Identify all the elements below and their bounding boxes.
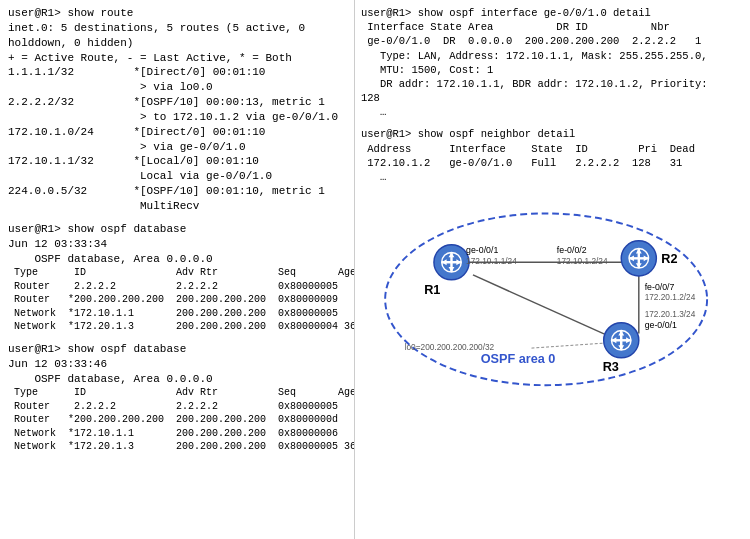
route-line: > via ge-0/0/1.0 — [8, 140, 346, 155]
show-route-section: user@R1> show routeinet.0: 5 destination… — [8, 6, 346, 214]
route-line: > via lo0.0 — [8, 80, 346, 95]
ospf-db2-row: Network *172.20.1.3 200.200.200.200 0x80… — [8, 440, 346, 454]
route-line: holddown, 0 hidden) — [8, 36, 346, 51]
ospf-iface-line: 128 — [361, 91, 744, 105]
right-panel: user@R1> show ospf interface ge-0/0/1.0 … — [355, 0, 750, 539]
r1-label: R1 — [424, 284, 440, 298]
ospf-db2-row: Router *200.200.200.200 200.200.200.200 … — [8, 413, 346, 427]
route-line: 2.2.2.2/32 *[OSPF/10] 00:00:13, metric 1 — [8, 95, 346, 110]
ospf-iface-line: Type: LAN, Address: 172.10.1.1, Mask: 25… — [361, 49, 744, 63]
ospf-db-section-2: user@R1> show ospf databaseJun 12 03:33:… — [8, 342, 346, 454]
r3-label: R3 — [603, 360, 619, 374]
ospf-db-2-output: user@R1> show ospf databaseJun 12 03:33:… — [8, 342, 346, 454]
ip-172-20-1-2-label: 172.20.1.2/24 — [645, 292, 696, 302]
ospf-neighbor-line: Address Interface State ID Pri Dead — [361, 142, 744, 156]
route-line: user@R1> show route — [8, 6, 346, 21]
ospf-neighbor-line: … — [361, 170, 744, 184]
r2-label: R2 — [661, 252, 677, 266]
ospf-db1-line: user@R1> show ospf database — [8, 222, 346, 237]
ospf-db1-line: OSPF database, Area 0.0.0.0 — [8, 252, 346, 267]
ospf-db1-row: Network *172.20.1.3 200.200.200.200 0x80… — [8, 320, 346, 334]
ospf-db2-line: user@R1> show ospf database — [8, 342, 346, 357]
ospf-iface-line: … — [361, 105, 744, 119]
left-panel: user@R1> show routeinet.0: 5 destination… — [0, 0, 355, 539]
fe-0/0/7-label: fe-0/0/7 — [645, 282, 675, 292]
route-line: > to 172.10.1.2 via ge-0/0/1.0 — [8, 110, 346, 125]
ospf-db2-row: Router 2.2.2.2 2.2.2.2 0x80000005 42 0x2… — [8, 400, 346, 414]
lo0-label: lo0=200.200.200.200/32 — [405, 342, 495, 352]
ip-172-10-1-1-label: 172.10.1.1/24 — [466, 256, 517, 266]
svg-line-28 — [531, 343, 602, 348]
ospf-iface-line: Interface State Area DR ID Nbr — [361, 20, 744, 34]
ospf-neighbor-section: user@R1> show ospf neighbor detail Addre… — [361, 127, 744, 184]
route-line: 1.1.1.1/32 *[Direct/0] 00:01:10 — [8, 65, 346, 80]
network-diagram: OSPF area 0 R1 — [361, 192, 741, 392]
ospf-db1-row: Router 2.2.2.2 2.2.2.2 0x80000005 30 0x2… — [8, 280, 346, 294]
ospf-iface-line: DR addr: 172.10.1.1, BDR addr: 172.10.1.… — [361, 77, 744, 91]
ospf-db-section-1: user@R1> show ospf databaseJun 12 03:33:… — [8, 222, 346, 334]
ospf-db2-row: Network *172.10.1.1 200.200.200.200 0x80… — [8, 427, 346, 441]
route-line: inet.0: 5 destinations, 5 routes (5 acti… — [8, 21, 346, 36]
ospf-db2-header: Type ID Adv Rtr Seq Age Opt Cksum Len — [8, 386, 346, 400]
route-output: user@R1> show routeinet.0: 5 destination… — [8, 6, 346, 214]
svg-line-3 — [473, 275, 610, 336]
route-line: 224.0.0.5/32 *[OSPF/10] 00:01:10, metric… — [8, 184, 346, 199]
route-line: + = Active Route, - = Last Active, * = B… — [8, 51, 346, 66]
ospf-area-label: OSPF area 0 — [481, 352, 556, 366]
ospf-db1-header: Type ID Adv Rtr Seq Age Opt Cksum Len — [8, 266, 346, 280]
ospf-db1-row: Network *172.10.1.1 200.200.200.200 0x80… — [8, 307, 346, 321]
ip-172-10-1-2-label: 172.10.1.2/24 — [557, 256, 608, 266]
fe-0/0/2-label: fe-0/0/2 — [557, 246, 587, 256]
ip-172-20-1-3-label: 172.20.1.3/24 — [645, 309, 696, 319]
ospf-interface-section: user@R1> show ospf interface ge-0/0/1.0 … — [361, 6, 744, 119]
ospf-db1-row: Router *200.200.200.200 200.200.200.200 … — [8, 293, 346, 307]
ospf-neighbor-output: user@R1> show ospf neighbor detail Addre… — [361, 127, 744, 184]
ospf-iface-line: MTU: 1500, Cost: 1 — [361, 63, 744, 77]
ge-0/0/1-r3-label: ge-0/0/1 — [645, 320, 677, 330]
ospf-topology-svg: OSPF area 0 R1 — [361, 192, 741, 392]
route-line: 172.10.1.0/24 *[Direct/0] 00:01:10 — [8, 125, 346, 140]
ospf-db2-line: OSPF database, Area 0.0.0.0 — [8, 372, 346, 387]
ospf-db-1-output: user@R1> show ospf databaseJun 12 03:33:… — [8, 222, 346, 334]
route-line: Local via ge-0/0/1.0 — [8, 169, 346, 184]
ospf-db1-line: Jun 12 03:33:34 — [8, 237, 346, 252]
ospf-iface-line: ge-0/0/1.0 DR 0.0.0.0 200.200.200.200 2.… — [361, 34, 744, 48]
ospf-neighbor-line: 172.10.1.2 ge-0/0/1.0 Full 2.2.2.2 128 3… — [361, 156, 744, 170]
ospf-iface-line: user@R1> show ospf interface ge-0/0/1.0 … — [361, 6, 744, 20]
ospf-db2-line: Jun 12 03:33:46 — [8, 357, 346, 372]
ge-0/0/1-label: ge-0/0/1 — [466, 246, 498, 256]
ospf-neighbor-line: user@R1> show ospf neighbor detail — [361, 127, 744, 141]
route-line: MultiRecv — [8, 199, 346, 214]
route-line: 172.10.1.1/32 *[Local/0] 00:01:10 — [8, 154, 346, 169]
ospf-interface-output: user@R1> show ospf interface ge-0/0/1.0 … — [361, 6, 744, 119]
